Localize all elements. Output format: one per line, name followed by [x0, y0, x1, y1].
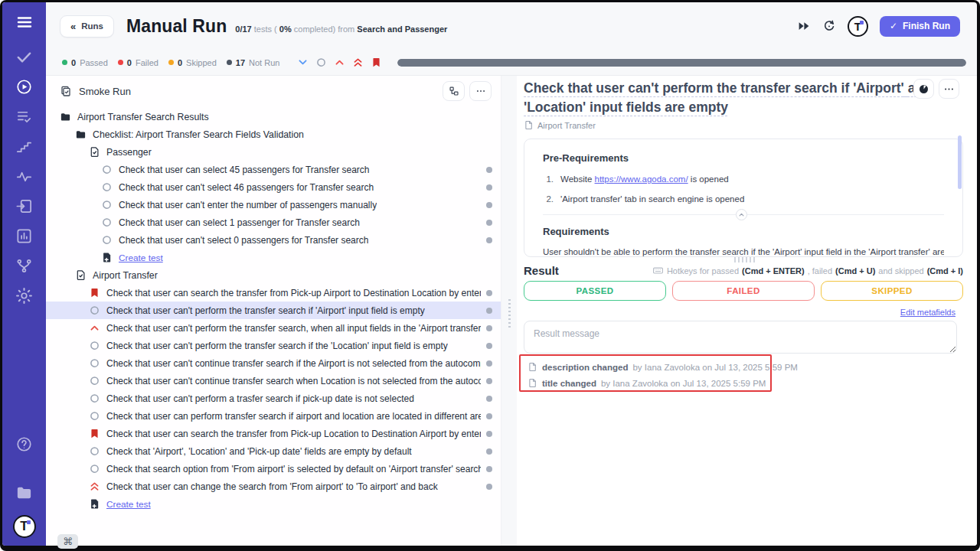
- result-skipped-button[interactable]: SKIPPED: [821, 281, 963, 301]
- tree-doc[interactable]: Airport Transfer: [46, 266, 501, 284]
- run-name: Smoke Run: [79, 86, 131, 97]
- branch-icon[interactable]: [15, 257, 33, 275]
- projects-icon[interactable]: [15, 484, 33, 501]
- suite-breadcrumb[interactable]: Airport Transfer: [524, 120, 596, 130]
- app-window: T « Runs Manual Run 0/17 tests ( 0% comp…: [2, 2, 977, 546]
- result-dot: [486, 448, 492, 455]
- gear-icon[interactable]: [15, 287, 33, 305]
- test-title[interactable]: Check that user can't perform the transf…: [524, 79, 943, 117]
- keyboard-icon: [652, 265, 664, 276]
- result-dot: [486, 431, 492, 437]
- workspace-avatar[interactable]: T: [13, 515, 36, 538]
- status-circle-icon: [89, 410, 100, 422]
- changelog: description changed by Iana Zavoloka on …: [528, 359, 798, 391]
- chevron-up-icon[interactable]: [334, 57, 345, 68]
- create-test-link[interactable]: Create test: [46, 495, 501, 513]
- status-dot-icon: [62, 60, 67, 65]
- priority-flag-icon: [89, 428, 100, 439]
- status-circle-icon: [101, 217, 113, 228]
- double-chevron-up-icon[interactable]: [352, 57, 364, 68]
- help-icon[interactable]: [15, 435, 33, 453]
- steps-icon[interactable]: [15, 138, 33, 155]
- result-message-input[interactable]: [524, 321, 957, 354]
- tree-view-button[interactable]: [443, 81, 465, 101]
- test-row[interactable]: Check that user can't continue transfer …: [46, 372, 501, 390]
- menu-icon[interactable]: [15, 13, 34, 31]
- test-row[interactable]: Check that search option from 'From airp…: [46, 460, 501, 478]
- result-dot: [486, 325, 492, 331]
- test-row[interactable]: Check that user can't perform the transf…: [46, 302, 501, 319]
- sidebar: T: [2, 2, 46, 546]
- test-row[interactable]: Check that user can select 45 passengers…: [46, 161, 501, 178]
- card-resize-grip[interactable]: [734, 257, 757, 262]
- test-row[interactable]: Check that user can search the transfer …: [46, 425, 501, 442]
- result-dot: [486, 343, 492, 349]
- fast-forward-icon[interactable]: [797, 19, 811, 33]
- status-circle-icon: [89, 375, 100, 386]
- result-failed-button[interactable]: FAILED: [672, 281, 815, 301]
- test-row[interactable]: Check that user can change the search fr…: [46, 478, 501, 495]
- result-passed-button[interactable]: PASSED: [524, 281, 666, 301]
- count-skipped: 0Skipped: [168, 58, 217, 67]
- test-row[interactable]: Check that user can perform transfer sea…: [46, 407, 501, 425]
- scrollbar-thumb[interactable]: [958, 135, 962, 189]
- test-row[interactable]: Check that user can't select 0 passenger…: [46, 231, 501, 249]
- result-dot: [486, 378, 492, 384]
- external-link[interactable]: https://www.agoda.com/: [595, 174, 688, 184]
- analytics-icon[interactable]: [15, 227, 33, 245]
- timer-button[interactable]: [913, 79, 934, 99]
- avatar[interactable]: T: [848, 16, 868, 37]
- edit-metafields-link[interactable]: Edit metafields: [900, 308, 956, 317]
- test-row[interactable]: Check that user can't select 46 passenge…: [46, 178, 501, 196]
- ellipsis-icon: [943, 83, 955, 95]
- check-icon[interactable]: [15, 48, 33, 66]
- changelog-entry: title changed by Iana Zavoloka on Jul 13…: [528, 375, 798, 391]
- ellipsis-button[interactable]: [469, 81, 492, 101]
- drag-grip-icon: [508, 299, 511, 328]
- sidebar-nav: [15, 48, 33, 305]
- ellipsis-icon: [475, 86, 486, 96]
- test-row[interactable]: Check that user can't continue transfer …: [46, 354, 501, 372]
- test-row[interactable]: Check that user can't perform a trasfer …: [46, 390, 501, 407]
- command-shortcut-button[interactable]: ⌘: [57, 534, 78, 549]
- create-test-link[interactable]: Create test: [46, 249, 501, 266]
- priority-flag-icon: [89, 287, 100, 298]
- circle-icon[interactable]: [315, 57, 327, 68]
- status-circle-icon: [89, 357, 100, 369]
- folder-icon: [75, 129, 87, 140]
- test-row[interactable]: Check that 'Airport', 'Location' and 'Pi…: [46, 442, 501, 460]
- test-row[interactable]: Check that user can't perform the transf…: [46, 319, 501, 337]
- tree-folder[interactable]: Checklist: Airport Transfer Search Field…: [46, 126, 501, 143]
- back-chevron-icon: «: [70, 21, 76, 32]
- header-actions: T ✓ Finish Run: [797, 16, 960, 37]
- pulse-icon[interactable]: [15, 168, 33, 185]
- panel-resize-handle[interactable]: [501, 76, 517, 546]
- flag-icon[interactable]: [371, 57, 382, 68]
- back-label: Runs: [81, 21, 103, 31]
- create-test-icon: [101, 252, 113, 263]
- page-title: Manual Run: [126, 16, 227, 37]
- rerun-timer-icon[interactable]: [822, 19, 836, 33]
- collapse-toggle-icon[interactable]: [736, 209, 747, 220]
- tree-doc[interactable]: Passenger: [46, 143, 501, 161]
- chevron-down-icon[interactable]: [297, 57, 309, 68]
- result-dot: [486, 167, 492, 173]
- test-row[interactable]: Check that user can search the transfer …: [46, 284, 501, 302]
- result-dot: [486, 308, 492, 314]
- result-dot: [486, 184, 492, 191]
- tree-folder[interactable]: Airport Transfer Search Results: [46, 108, 501, 126]
- hotkeys-hint: Hotkeys for passed (Cmd + ENTER) , faile…: [652, 265, 963, 276]
- import-box-icon[interactable]: [15, 197, 33, 215]
- finish-run-button[interactable]: ✓ Finish Run: [880, 16, 960, 37]
- back-to-runs-button[interactable]: « Runs: [60, 15, 114, 37]
- test-row[interactable]: Check that user can't perform the transf…: [46, 337, 501, 354]
- count-not-run: 17Not Run: [227, 58, 280, 67]
- more-button[interactable]: [939, 79, 959, 99]
- test-row[interactable]: Check that user can select 1 passenger f…: [46, 214, 501, 231]
- play-circle-icon[interactable]: [15, 78, 33, 96]
- result-dot: [486, 220, 492, 226]
- status-circle-icon: [89, 463, 100, 474]
- title-wrap: Manual Run 0/17 tests ( 0% completed) fr…: [126, 16, 447, 37]
- run-list-icon[interactable]: [15, 108, 33, 126]
- test-row[interactable]: Check that user can't enter the number o…: [46, 196, 501, 214]
